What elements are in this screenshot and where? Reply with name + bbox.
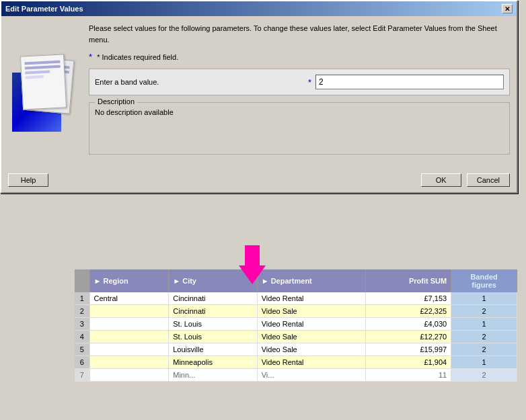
doc-page-front (20, 54, 67, 110)
cell-department: Video Sale (257, 343, 366, 356)
description-group: Description No description available (89, 102, 510, 155)
col-header-region: ► Region (89, 269, 169, 292)
dialog-titlebar: Edit Parameter Values ✕ (1, 1, 517, 16)
cell-banded: 2 (451, 305, 517, 318)
dialog-footer: Help OK Cancel (1, 168, 517, 192)
dialog-icon-area (8, 23, 82, 161)
cancel-button[interactable]: Cancel (467, 173, 510, 187)
doc-line (24, 60, 60, 65)
description-text: No description available (95, 108, 504, 149)
cell-department: Video Rental (257, 318, 366, 331)
cell-rownum: 7 (75, 369, 89, 382)
table-body: 1 Central Cincinnati Video Rental £7,153… (75, 292, 517, 382)
dialog-content: Please select values for the following p… (89, 23, 510, 161)
cell-city: Minn... (169, 369, 257, 382)
doc-line (26, 75, 44, 79)
cell-city: Cincinnati (169, 292, 257, 305)
close-button[interactable]: ✕ (502, 4, 513, 13)
cell-banded: 1 (451, 318, 517, 331)
col-header-profit: Profit SUM (366, 269, 451, 292)
col-header-banded: Bandedfigures (451, 269, 517, 292)
cell-rownum: 6 (75, 356, 89, 369)
cell-city: Louisville (169, 343, 257, 356)
dialog-intro: Please select values for the following p… (89, 23, 510, 45)
doc-line (25, 70, 50, 74)
cell-city: Cincinnati (169, 305, 257, 318)
description-legend: Description (95, 97, 137, 106)
col-header-department: ► Department (257, 269, 366, 292)
cell-rownum: 5 (75, 343, 89, 356)
cell-department: Video Rental (257, 356, 366, 369)
cell-region (89, 343, 169, 356)
doc-line (25, 65, 61, 70)
cell-region (89, 318, 169, 331)
parameter-row: Enter a band value. * (89, 69, 510, 95)
required-note: * * Indicates required field. (89, 52, 510, 62)
col-header-rownum (75, 269, 89, 292)
cell-profit: £15,997 (366, 343, 451, 356)
cell-department: Video Sale (257, 305, 366, 318)
cell-profit: £4,030 (366, 318, 451, 331)
band-value-input[interactable] (315, 75, 504, 89)
cell-city: Minneapolis (169, 356, 257, 369)
table-row: 7 Minn... Vi... 11 2 (75, 369, 517, 382)
table-row: 6 Minneapolis Video Rental £1,904 1 (75, 356, 517, 369)
cell-department: Video Sale (257, 331, 366, 343)
cell-banded: 2 (451, 369, 517, 382)
cell-region: Central (89, 292, 169, 305)
cell-city: St. Louis (169, 318, 257, 331)
cell-region (89, 305, 169, 318)
cell-region (89, 356, 169, 369)
cell-rownum: 4 (75, 331, 89, 343)
cell-banded: 2 (451, 331, 517, 343)
table-row: 5 Louisville Video Sale £15,997 2 (75, 343, 517, 356)
param-label: Enter a band value. (95, 78, 308, 86)
data-table-container: ► Region ► City ► Department Profit SUM … (74, 269, 518, 382)
cell-profit: £1,904 (366, 356, 451, 369)
table-header: ► Region ► City ► Department Profit SUM … (75, 269, 517, 292)
cell-profit: £7,153 (366, 292, 451, 305)
cell-profit: 11 (366, 369, 451, 382)
cell-department: Vi... (257, 369, 366, 382)
help-button[interactable]: Help (8, 173, 48, 187)
cell-profit: £12,270 (366, 331, 451, 343)
edit-parameter-dialog: Edit Parameter Values ✕ (0, 0, 518, 194)
cell-banded: 1 (451, 292, 517, 305)
table-row: 1 Central Cincinnati Video Rental £7,153… (75, 292, 517, 305)
table-row: 2 Cincinnati Video Sale £22,325 2 (75, 305, 517, 318)
required-note-text: * Indicates required field. (97, 53, 178, 61)
arrow-shaft (245, 245, 260, 265)
dialog-body: Please select values for the following p… (1, 16, 517, 168)
required-star-icon: * (89, 52, 92, 62)
cell-banded: 1 (451, 356, 517, 369)
down-arrow (239, 245, 266, 284)
ok-button[interactable]: OK (421, 173, 461, 187)
arrow-head (239, 265, 266, 284)
cell-region (89, 331, 169, 343)
cell-city: St. Louis (169, 331, 257, 343)
dialog-title: Edit Parameter Values (5, 5, 83, 13)
param-required-star: * (308, 77, 311, 87)
cell-rownum: 2 (75, 305, 89, 318)
cell-banded: 2 (451, 343, 517, 356)
data-table: ► Region ► City ► Department Profit SUM … (75, 269, 517, 382)
cell-region (89, 369, 169, 382)
table-row: 4 St. Louis Video Sale £12,270 2 (75, 331, 517, 343)
document-icon (11, 52, 79, 132)
cell-department: Video Rental (257, 292, 366, 305)
cell-rownum: 1 (75, 292, 89, 305)
cell-rownum: 3 (75, 318, 89, 331)
table-row: 3 St. Louis Video Rental £4,030 1 (75, 318, 517, 331)
cell-profit: £22,325 (366, 305, 451, 318)
